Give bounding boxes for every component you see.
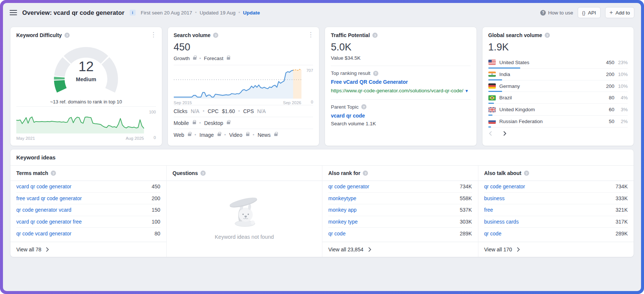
url-dropdown-caret-icon[interactable]: ▼ xyxy=(465,89,469,93)
image-toggle[interactable]: Image xyxy=(199,132,214,138)
keyword-link[interactable]: monkey app xyxy=(328,207,356,213)
keyword-link[interactable]: qr code xyxy=(328,231,346,237)
keyword-row: qr code289K xyxy=(328,228,472,240)
info-badge-icon[interactable]: i xyxy=(130,10,136,16)
help-icon[interactable]: ? xyxy=(524,171,529,176)
news-toggle[interactable]: News xyxy=(258,132,270,138)
country-pagination xyxy=(488,131,628,136)
keyword-row: business333K xyxy=(484,193,628,205)
view-all-also-talk-about[interactable]: View all 170 xyxy=(478,242,634,257)
country-volume: 200 xyxy=(598,72,614,77)
image-label: Image xyxy=(199,132,214,138)
india-flag-icon xyxy=(488,72,496,77)
growth-label: Growth xyxy=(174,56,190,61)
keyword-row: monkeytype558K xyxy=(328,193,472,205)
difficulty-level: Medium xyxy=(16,76,156,82)
keyword-link[interactable]: business cards xyxy=(484,219,519,225)
lock-icon xyxy=(218,133,221,136)
country-volume: 200 xyxy=(598,83,614,89)
video-toggle[interactable]: Video xyxy=(229,132,242,138)
update-link[interactable]: Update xyxy=(243,10,260,16)
keyword-row: free vcard qr code generator200 xyxy=(16,193,160,205)
how-to-use-button[interactable]: ? How to use xyxy=(540,10,573,16)
kebab-menu-icon[interactable]: ⋮ xyxy=(149,31,158,39)
view-all-also-rank-for[interactable]: View all 23,854 xyxy=(322,242,478,257)
keyword-link[interactable]: monkey type xyxy=(328,219,358,225)
help-icon[interactable]: ? xyxy=(64,33,70,38)
cpc-value: $1.60 xyxy=(222,108,235,114)
keyword-row: free321K xyxy=(484,204,628,216)
growth-toggle[interactable]: Growth xyxy=(174,56,190,61)
keyword-link[interactable]: business xyxy=(484,195,505,201)
country-percent: 10% xyxy=(614,72,628,77)
keyword-link[interactable]: qr code generator xyxy=(328,184,369,189)
column-header: Also rank for ? xyxy=(322,166,478,181)
x-axis-labels: Sep 2015 Sep 2026 xyxy=(174,100,302,105)
desktop-toggle[interactable]: Desktop xyxy=(204,120,223,126)
blue-line-chart xyxy=(174,69,302,99)
keyword-row: qr code vcard generator80 xyxy=(16,228,160,240)
mobile-toggle[interactable]: Mobile xyxy=(174,120,189,126)
forecast-toggle[interactable]: Forecast xyxy=(204,56,223,61)
keyword-link[interactable]: qr code generator vcard xyxy=(16,207,72,213)
keyword-volume: 200 xyxy=(152,195,160,201)
country-row: Brazil 80 4% xyxy=(488,92,628,104)
parent-topic-label-row: Parent Topic ? xyxy=(331,104,471,110)
keyword-link[interactable]: free vcard qr code generator xyxy=(16,195,82,201)
url-text[interactable]: https://www.qr-code-generator.com/soluti… xyxy=(331,88,463,93)
help-icon[interactable]: ? xyxy=(363,171,368,176)
keyword-link[interactable]: qr code generator xyxy=(484,184,525,189)
russia-flag-icon xyxy=(488,119,496,124)
keyword-link[interactable]: monkeytype xyxy=(328,195,356,201)
lock-icon xyxy=(193,122,196,124)
keyword-link[interactable]: vcard qr code generator free xyxy=(16,219,82,225)
country-percent: 2% xyxy=(614,119,628,124)
web-label: Web xyxy=(174,132,185,138)
keyword-link[interactable]: free xyxy=(484,207,493,213)
help-icon[interactable]: ? xyxy=(361,104,366,109)
top-ranking-label-row: Top ranking result ? xyxy=(331,70,471,76)
kebab-menu-icon[interactable]: ⋮ xyxy=(306,31,315,39)
also-talk-about-column: Also talk about ? qr code generator734K … xyxy=(478,166,634,257)
help-icon[interactable]: ? xyxy=(200,171,206,176)
help-icon[interactable]: ? xyxy=(51,171,56,176)
help-icon[interactable]: ? xyxy=(372,33,378,38)
country-row: Germany 200 10% xyxy=(488,80,628,92)
parent-topic-label: Parent Topic xyxy=(331,104,359,110)
view-all-terms-match[interactable]: View all 78 xyxy=(10,242,166,257)
keyword-volume: 289K xyxy=(615,231,628,237)
chevron-right-icon xyxy=(517,247,520,252)
global-search-volume-title: Global search volume xyxy=(488,32,542,38)
card-header: Traffic Potential ? xyxy=(331,32,471,38)
help-icon[interactable]: ? xyxy=(373,71,378,76)
next-page-icon[interactable] xyxy=(502,131,507,136)
prev-page-icon[interactable] xyxy=(488,131,493,136)
global-search-volume-value: 1.9K xyxy=(488,42,628,53)
hamburger-menu-icon[interactable] xyxy=(10,10,17,15)
parent-topic-link[interactable]: vcard qr code xyxy=(331,113,471,119)
lock-icon xyxy=(193,57,196,60)
top-ranking-result-link[interactable]: Free vCard QR Code Generator xyxy=(331,79,471,85)
traffic-potential-card: Traffic Potential ? 5.0K Value $34.5K To… xyxy=(325,27,477,146)
news-label: News xyxy=(258,132,270,138)
help-icon[interactable]: ? xyxy=(213,33,218,38)
add-to-button[interactable]: + Add to xyxy=(605,7,634,18)
green-sparkline xyxy=(16,111,144,133)
api-button[interactable]: {} API xyxy=(578,7,601,18)
y-axis-max-label: 100 xyxy=(149,110,156,114)
keyword-volume: 303K xyxy=(460,219,472,225)
brazil-flag-icon xyxy=(488,95,496,100)
keyword-volume: 558K xyxy=(460,195,472,201)
web-toggle[interactable]: Web xyxy=(174,132,185,138)
keyword-row: vcard qr code generator450 xyxy=(16,181,160,193)
help-icon[interactable]: ? xyxy=(545,33,550,38)
keyword-link[interactable]: qr code vcard generator xyxy=(16,231,72,237)
lock-icon xyxy=(227,57,230,60)
country-percent: 23% xyxy=(614,60,628,65)
dot-separator: • xyxy=(238,109,240,114)
difficulty-history-chart: 100 0 May 2021 Aug 2025 xyxy=(16,106,156,141)
uk-flag-icon xyxy=(488,107,496,112)
country-row: India 200 10% xyxy=(488,69,628,80)
keyword-link[interactable]: vcard qr code generator xyxy=(16,184,72,189)
keyword-link[interactable]: qr code xyxy=(484,231,502,237)
